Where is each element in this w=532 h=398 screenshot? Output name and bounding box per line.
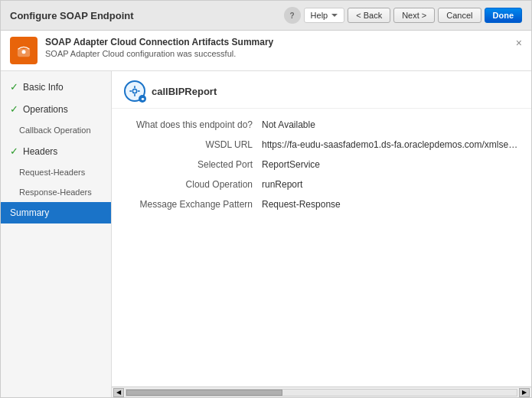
notification-title: SOAP Adapter Cloud Connection Artifacts …	[45, 37, 508, 47]
property-label: Selected Port	[124, 159, 262, 170]
endpoint-name: callBIPReport	[152, 86, 217, 97]
done-button[interactable]: Done	[485, 8, 523, 23]
property-row: Selected Port ReportService	[124, 159, 519, 170]
content-header: callBIPReport	[112, 71, 531, 109]
next-button[interactable]: Next >	[393, 8, 435, 23]
chevron-down-icon	[331, 14, 338, 17]
configure-soap-dialog: Configure SOAP Endpoint ? Help < Back Ne…	[0, 0, 532, 398]
sidebar-item-callback-operation[interactable]: Callback Operation	[1, 120, 111, 140]
property-value: ReportService	[262, 159, 519, 170]
property-row: Cloud Operation runReport	[124, 179, 519, 190]
sidebar-item-summary[interactable]: Summary	[1, 202, 111, 223]
sidebar-item-request-headers[interactable]: Request-Headers	[1, 162, 111, 182]
svg-point-2	[132, 89, 136, 93]
back-button[interactable]: < Back	[348, 8, 390, 23]
notification-bar: SOAP Adapter Cloud Connection Artifacts …	[1, 31, 531, 71]
top-controls: ? Help < Back Next > Cancel Done	[284, 7, 522, 24]
scroll-left-button[interactable]: ◀	[113, 388, 124, 397]
property-label: Cloud Operation	[124, 179, 262, 190]
scroll-right-button[interactable]: ▶	[519, 388, 530, 397]
dialog-title: Configure SOAP Endpoint	[10, 10, 134, 21]
property-label: Message Exchange Pattern	[124, 199, 262, 210]
help-circle-icon[interactable]: ?	[284, 7, 301, 24]
properties-table: What does this endpoint do? Not Availabl…	[112, 109, 531, 387]
horizontal-scrollbar[interactable]: ◀ ▶	[112, 387, 531, 397]
property-label: WSDL URL	[124, 139, 262, 150]
scroll-track[interactable]	[126, 389, 517, 396]
cancel-button[interactable]: Cancel	[438, 8, 481, 23]
endpoint-icon	[124, 80, 145, 102]
property-value: Request-Response	[262, 199, 519, 210]
notification-close-button[interactable]: ×	[516, 37, 522, 49]
sidebar-item-headers[interactable]: ✓ Headers	[1, 140, 111, 162]
property-row: What does this endpoint do? Not Availabl…	[124, 119, 519, 130]
property-row: WSDL URL https://fa-eudu-saasfademo1.ds-…	[124, 139, 519, 150]
property-value: https://fa-eudu-saasfademo1.ds-fa.oracle…	[262, 139, 519, 150]
notification-subtitle: SOAP Adapter Cloud configuration was suc…	[45, 49, 508, 58]
property-value: Not Available	[262, 119, 519, 130]
dialog-title-bar: Configure SOAP Endpoint ? Help < Back Ne…	[1, 1, 531, 31]
dialog-body: ✓ Basic Info ✓ Operations Callback Opera…	[1, 71, 531, 397]
sidebar-item-response-headers[interactable]: Response-Headers	[1, 182, 111, 202]
notification-icon	[10, 37, 38, 64]
property-row: Message Exchange Pattern Request-Respons…	[124, 199, 519, 210]
check-icon: ✓	[10, 145, 18, 157]
help-button[interactable]: Help	[304, 8, 345, 23]
sidebar-item-operations[interactable]: ✓ Operations	[1, 98, 111, 120]
notification-text: SOAP Adapter Cloud Connection Artifacts …	[45, 37, 508, 58]
scroll-thumb[interactable]	[126, 390, 282, 396]
sidebar-item-basic-info[interactable]: ✓ Basic Info	[1, 76, 111, 98]
main-content: callBIPReport What does this endpoint do…	[112, 71, 531, 397]
check-icon: ✓	[10, 81, 18, 93]
svg-point-1	[22, 50, 26, 54]
check-icon: ✓	[10, 103, 18, 115]
property-label: What does this endpoint do?	[124, 119, 262, 130]
sidebar: ✓ Basic Info ✓ Operations Callback Opera…	[1, 71, 112, 397]
property-value: runReport	[262, 179, 519, 190]
